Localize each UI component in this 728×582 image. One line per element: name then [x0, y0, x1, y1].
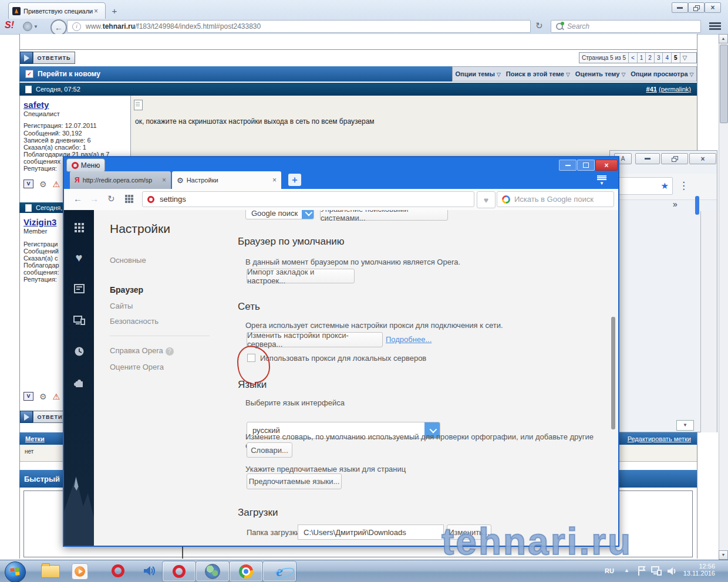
page-dropdown[interactable]: ▽ [680, 53, 690, 63]
language-indicator[interactable]: RU [605, 567, 614, 574]
opera-minimize-button[interactable] [559, 160, 577, 171]
preferred-languages-button[interactable]: Предпочитаемые языки... [247, 473, 342, 489]
opera-taskbar-icon[interactable] [112, 564, 124, 577]
ie-running-app[interactable]: e [263, 561, 296, 581]
bg-maximize-button[interactable] [661, 153, 688, 164]
thread-option-display[interactable]: Опции просмотра ▽ [631, 70, 693, 77]
bg-scrollbar-thumb[interactable] [695, 196, 699, 215]
opera-tab-redirect[interactable]: Я http://redir.opera.com/sp × [70, 171, 171, 189]
search-bar[interactable]: Search [551, 20, 701, 33]
bg-close-button[interactable]: × [689, 153, 716, 164]
nav-rate-link[interactable]: Оцените Opera [110, 363, 164, 371]
page-1[interactable]: 1 [637, 53, 646, 63]
reply-arrow-icon[interactable] [20, 52, 33, 64]
bg-select-arrow[interactable]: ▼ [676, 420, 694, 431]
addon-logo[interactable]: S! [5, 20, 14, 31]
tags-edit-link[interactable]: Редактировать метки [628, 435, 691, 442]
chrome-running-app[interactable] [230, 561, 262, 581]
tray-expand-icon[interactable]: ▲ [624, 567, 629, 573]
reply-arrow-icon[interactable] [20, 411, 33, 423]
ff-minimize-button[interactable] [672, 2, 688, 13]
nav-item-basic[interactable]: Основные [110, 256, 146, 265]
opera-address-bar[interactable]: settings [142, 191, 474, 207]
thread-option-topic[interactable]: Опции темы ▽ [455, 70, 500, 77]
gear-icon[interactable]: ⚙ [39, 180, 47, 188]
speed-dial-sidebar-icon[interactable] [64, 223, 94, 232]
post1-username-link[interactable]: safety [23, 100, 49, 110]
bg-address-field[interactable]: ★ [615, 177, 673, 195]
report-icon[interactable]: V [23, 392, 33, 401]
ff-close-button[interactable]: × [705, 2, 721, 13]
page-prev[interactable]: < [628, 53, 637, 63]
start-button[interactable] [5, 561, 26, 582]
bookmarks-overflow-icon[interactable]: » [673, 199, 678, 209]
post-number-link[interactable]: #41 [646, 86, 657, 93]
forward-icon[interactable]: → [90, 194, 99, 204]
permalink[interactable]: (permalink) [659, 86, 691, 93]
browser-globe-running-app[interactable] [196, 561, 229, 581]
goto-new-label[interactable]: Перейти к новому [38, 70, 100, 78]
thread-option-rate[interactable]: Оценить тему ▽ [575, 70, 626, 77]
warning-icon[interactable]: ⚠ [53, 392, 60, 401]
tags-header-link[interactable]: Метки [25, 435, 45, 442]
ff-restore-button[interactable] [688, 2, 705, 13]
opera-running-app[interactable] [163, 561, 196, 581]
opera-maximize-button[interactable] [577, 160, 595, 171]
reply-button[interactable]: ОТВЕТИТЬ [33, 52, 75, 64]
downloader-menu-button[interactable]: ▼ [21, 21, 40, 32]
warning-icon[interactable]: ⚠ [53, 180, 60, 188]
import-bookmarks-button[interactable]: Импорт закладок и настроек... [247, 269, 355, 283]
nav-item-sites[interactable]: Сайты [110, 302, 133, 310]
dictionaries-button[interactable]: Словари... [247, 442, 292, 458]
more-details-link[interactable]: Подробнее... [386, 335, 432, 344]
bg-minimize-button[interactable] [635, 153, 660, 164]
gear-icon[interactable]: ⚙ [39, 392, 47, 401]
opera-new-tab-button[interactable]: + [288, 174, 301, 186]
scrollbar-down-button[interactable]: ▼ [719, 550, 728, 560]
new-tab-button[interactable]: + [108, 5, 121, 16]
back-button[interactable]: ← [50, 19, 67, 36]
opera-menu-button[interactable]: Меню [66, 158, 105, 172]
nav-help-link[interactable]: Справка Opera? [110, 346, 174, 356]
report-icon[interactable]: V [23, 180, 33, 188]
speed-dial-icon[interactable] [125, 195, 133, 203]
bookmark-star-icon[interactable]: ★ [661, 181, 669, 191]
bookmark-heart-button[interactable]: ♥ [477, 191, 496, 208]
tab-menu-icon[interactable]: ▼ [597, 175, 606, 186]
download-folder-field[interactable]: C:\Users\Дмитрий\Downloads [298, 525, 444, 540]
volume-icon[interactable] [666, 565, 678, 579]
action-center-flag-icon[interactable] [636, 565, 647, 579]
scrollbar-up-button[interactable]: ▲ [719, 34, 728, 43]
bookmarks-heart-sidebar-icon[interactable]: ♥ [64, 251, 94, 265]
settings-scrollbar-thumb[interactable] [611, 317, 615, 429]
opera-search-box[interactable]: Искать в Google поиск [497, 191, 614, 207]
opera-tab-settings[interactable]: ⚙ Настройки × [172, 171, 281, 189]
url-bar[interactable]: i www.tehnari.ru/f183/t249984/index5.htm… [67, 20, 531, 33]
back-icon[interactable]: ← [73, 194, 82, 204]
history-clock-sidebar-icon[interactable] [64, 346, 94, 357]
reload-icon[interactable]: ↻ [107, 194, 115, 204]
media-player-taskbar-icon[interactable] [72, 563, 88, 580]
tab-close-icon[interactable]: × [94, 7, 98, 15]
proxy-checkbox-label[interactable]: Использовать прокси для локальных сервер… [260, 354, 426, 363]
clock[interactable]: 12:56 13.11.2016 [681, 563, 715, 577]
thread-option-search[interactable]: Поиск в этой теме ▽ [506, 70, 570, 77]
news-sidebar-icon[interactable] [64, 284, 94, 293]
menu-button[interactable] [709, 22, 721, 30]
manage-search-engines-button[interactable]: Управление поисковыми системами... [320, 210, 448, 221]
tab-close-icon[interactable]: × [272, 176, 277, 184]
opera-close-button[interactable]: × [595, 160, 618, 171]
search-engine-select[interactable]: Google поиск [245, 210, 314, 219]
reload-button[interactable]: ↻ [535, 21, 543, 31]
page-3[interactable]: 3 [654, 53, 663, 63]
sync-devices-sidebar-icon[interactable] [64, 316, 94, 325]
page-2[interactable]: 2 [645, 53, 654, 63]
extensions-puzzle-sidebar-icon[interactable] [64, 378, 94, 388]
network-icon[interactable] [651, 566, 662, 578]
goto-new-bar[interactable]: ✓ Перейти к новому [19, 66, 452, 82]
nav-item-security[interactable]: Безопасность [110, 317, 159, 326]
scrollbar-thumb[interactable] [720, 45, 728, 123]
firefox-tab[interactable]: Приветствую специалист... × [8, 2, 106, 19]
page-4[interactable]: 4 [662, 53, 671, 63]
volume-app-taskbar-icon[interactable] [142, 564, 156, 580]
